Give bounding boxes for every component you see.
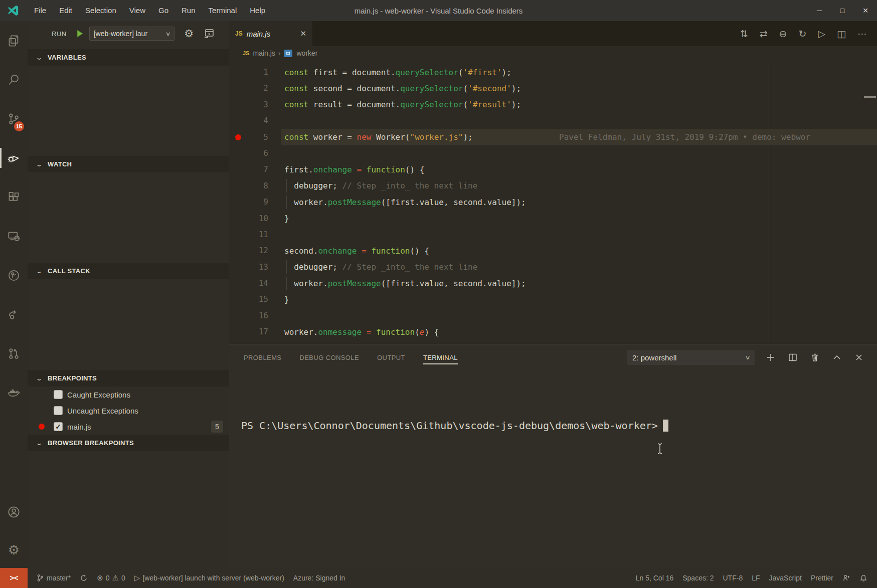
terminal[interactable]: PS C:\Users\Connor\Documents\Github\vsco… [229,370,877,568]
code-line[interactable]: 3const result = document.querySelector('… [229,97,877,113]
code-line[interactable]: 4 [229,113,877,129]
code-line[interactable]: 6 [229,145,877,161]
remote-explorer-icon[interactable] [0,217,28,256]
close-panel-icon[interactable] [854,352,864,362]
maximize-panel-chevron-icon[interactable] [832,352,842,362]
code-line[interactable]: 16 [229,308,877,324]
notifications-bell-icon[interactable] [855,574,872,582]
token: function [371,246,410,256]
menu-view[interactable]: View [123,0,152,21]
variables-section-header[interactable]: ⌄ VARIABLES [28,49,229,66]
code-line[interactable]: 10} [229,211,877,227]
run-and-debug-icon[interactable] [0,138,28,177]
code-line[interactable]: 9 worker.postMessage([first.value, secon… [229,194,877,210]
breakpoint-checkbox[interactable] [54,406,63,415]
extensions-icon[interactable] [0,177,28,217]
gitlens-icon[interactable] [0,256,28,295]
cursor-position-item[interactable]: Ln 5, Col 16 [631,574,678,582]
pull-requests-icon[interactable] [0,334,28,373]
breakpoint-row[interactable]: Uncaught Exceptions [28,403,229,419]
open-changes-icon[interactable]: ⇅ [740,28,748,39]
indentation-item[interactable]: Spaces: 2 [678,574,718,582]
menu-help[interactable]: Help [243,0,272,21]
code-line[interactable]: 14 worker.postMessage([first.value, seco… [229,275,877,291]
split-terminal-icon[interactable] [788,352,798,362]
watch-section-header[interactable]: ⌄ WATCH [28,156,229,172]
launch-task-item[interactable]: ▷ [web-worker] launch with server (web-w… [130,573,289,582]
search-icon[interactable] [0,60,28,99]
breakpoints-list: Caught ExceptionsUncaught Exceptions✓mai… [28,386,229,435]
code-line[interactable]: 15} [229,291,877,307]
menu-run[interactable]: Run [175,0,202,21]
menu-edit[interactable]: Edit [53,0,79,21]
menu-terminal[interactable]: Terminal [202,0,244,21]
launch-configuration-dropdown[interactable]: [web-worker] laur ∨ [89,27,174,41]
menu-selection[interactable]: Selection [79,0,123,21]
code-line[interactable]: 8 debugger; // Step _into_ the next line [229,178,877,194]
encoding-item[interactable]: UTF-8 [719,574,748,582]
code-editor[interactable]: 1const first = document.querySelector('#… [229,60,877,344]
panel-tab-terminal[interactable]: TERMINAL [423,351,458,364]
token: first [284,165,308,174]
code-line[interactable]: 11 [229,227,877,243]
token: . [313,327,318,337]
split-editor-icon[interactable]: ◫ [837,28,846,39]
azure-signin-item[interactable]: Azure: Signed In [289,574,350,582]
call-stack-section-header[interactable]: ⌄ CALL STACK [28,263,229,279]
remote-indicator[interactable]: >< [0,568,28,588]
code-line[interactable]: 13 debugger; // Step _into_ the next lin… [229,259,877,275]
eol-item[interactable]: LF [747,574,764,582]
start-debugging-button[interactable] [73,27,86,40]
refresh-icon[interactable]: ↻ [799,28,807,39]
language-mode-item[interactable]: JavaScript [765,574,806,582]
compare-changes-icon[interactable]: ⇄ [760,28,768,39]
menu-file[interactable]: File [28,0,53,21]
breakpoint-row[interactable]: Caught Exceptions [28,386,229,403]
settings-gear-icon[interactable]: ⚙ [0,540,28,560]
minimize-button[interactable]: ─ [808,0,831,21]
account-icon[interactable] [0,502,28,522]
tab-main-js[interactable]: JS main.js ✕ [229,21,312,46]
open-debug-console-icon[interactable] [201,28,218,40]
workbench: 15 [0,21,877,568]
code-line[interactable]: 7first.onchange = function() { [229,161,877,177]
terminal-instance-dropdown[interactable]: 2: powershell ∨ [627,350,755,365]
breakpoint-checkbox[interactable] [54,390,63,399]
feedback-icon[interactable] [838,574,855,582]
breadcrumb-file[interactable]: main.js [253,49,275,57]
close-tab-icon[interactable]: ✕ [300,29,306,38]
kill-terminal-trash-icon[interactable] [810,352,820,362]
panel-tab-problems[interactable]: PROBLEMS [244,351,281,364]
formatter-item[interactable]: Prettier [806,574,838,582]
source-control-icon[interactable]: 15 [0,99,28,138]
code-text: const result = document.querySelector('#… [284,100,521,109]
breadcrumb-symbol[interactable]: worker [297,49,318,57]
toggle-annotations-icon[interactable]: ⊖ [779,28,787,39]
sync-changes-item[interactable] [75,574,92,582]
menu-go[interactable]: Go [152,0,175,21]
docker-icon[interactable] [0,373,28,412]
git-branch-item[interactable]: master* [32,574,75,582]
code-line[interactable]: 1const first = document.querySelector('#… [229,64,877,80]
run-file-icon[interactable]: ▷ [818,28,825,39]
code-line[interactable]: 2const second = document.querySelector('… [229,80,877,96]
breakpoint-checkbox[interactable]: ✓ [54,422,63,431]
configure-gear-icon[interactable]: ⚙ [182,28,197,40]
panel-tab-debug-console[interactable]: DEBUG CONSOLE [299,351,359,364]
explorer-icon[interactable] [0,21,28,60]
breakpoint-row[interactable]: ✓main.js5 [28,419,229,435]
code-line[interactable]: 5const worker = new Worker("worker.js");… [229,129,877,145]
code-line[interactable]: 17worker.onmessage = function(e) { [229,324,877,340]
warnings-icon: ⚠ [112,573,119,582]
more-actions-icon[interactable]: ⋯ [857,28,867,39]
problems-item[interactable]: ⊗ 0 ⚠ 0 [92,573,130,582]
panel-tab-output[interactable]: OUTPUT [377,351,405,364]
live-share-icon[interactable] [0,295,28,334]
breakpoints-section-header[interactable]: ⌄ BREAKPOINTS [28,370,229,386]
close-button[interactable]: ✕ [854,0,877,21]
new-terminal-icon[interactable] [766,352,776,362]
breakpoint-dot-icon[interactable] [235,134,241,140]
browser-breakpoints-section-header[interactable]: ⌄ BROWSER BREAKPOINTS [28,435,229,451]
code-line[interactable]: 12second.onchange = function() { [229,243,877,259]
maximize-button[interactable]: □ [831,0,854,21]
